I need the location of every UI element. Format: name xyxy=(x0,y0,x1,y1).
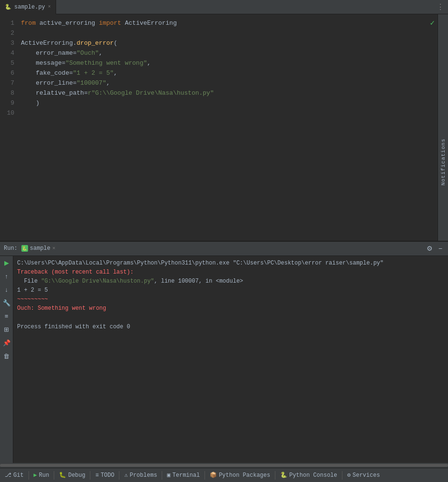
scroll-down-button[interactable]: ↓ xyxy=(1,285,12,295)
terminal-cmd: C:\Users\PC\AppData\Local\Programs\Pytho… xyxy=(17,259,444,268)
left-toolbar: ▶ ↑ ↓ 🔧 ≡ ⊞ 📌 🗑 xyxy=(0,256,13,463)
git-label: Git xyxy=(13,472,24,479)
terminal-status[interactable]: ▣ Terminal xyxy=(162,468,205,482)
services-label: Services xyxy=(352,472,380,479)
run-panel-actions: ⚙ − xyxy=(425,244,444,253)
terminal-label: Terminal xyxy=(173,472,200,479)
sample-py-tab[interactable]: 🐍 sample.py × xyxy=(0,0,56,14)
editor-container: 1 2 3 4 5 6 7 8 9 10 from active_errorin… xyxy=(0,14,448,241)
code-line-5: message="Something went wrong", xyxy=(21,58,448,68)
run-status[interactable]: ▶ Run xyxy=(29,468,54,482)
terminal-process-line: Process finished with exit code 0 xyxy=(17,323,444,332)
terminal-error-line: Ouch: Something went wrong xyxy=(17,304,444,313)
tab-more-button[interactable]: ⋮ xyxy=(433,2,448,12)
bottom-panel: Run: 🐍 sample × ⚙ − ▶ ↑ ↓ 🔧 ≡ ⊞ 📌 🗑 C:\U… xyxy=(0,241,448,468)
run-tab[interactable]: 🐍 sample × xyxy=(21,245,56,252)
packages-icon: 📦 xyxy=(210,472,217,479)
git-status[interactable]: ⎇ Git xyxy=(0,468,29,482)
sample-icon: 🐍 xyxy=(21,245,28,252)
code-line-1: from active_erroring import ActiveErrori… xyxy=(21,18,448,28)
lines-button[interactable]: ≡ xyxy=(1,311,12,322)
todo-label: TODO xyxy=(101,472,115,479)
console-icon: 🐍 xyxy=(280,472,287,479)
terminal-scrollbar-thumb xyxy=(0,464,448,467)
terminal-file-line: File "G:\\Google Drive\Nasa\huston.py", … xyxy=(17,277,444,286)
code-line-4: error_name="Ouch", xyxy=(21,48,448,58)
editor-main: 1 2 3 4 5 6 7 8 9 10 from active_errorin… xyxy=(0,14,448,241)
line-num-7: 7 xyxy=(4,78,14,88)
terminal-tilde-line: ~~~~~~~~~ xyxy=(17,295,444,304)
todo-icon: ≡ xyxy=(95,472,98,479)
code-line-2 xyxy=(21,28,448,38)
debug-label: Debug xyxy=(68,472,85,479)
tab-label: sample.py xyxy=(14,4,45,10)
debug-status[interactable]: 🐛 Debug xyxy=(54,468,90,482)
code-editor[interactable]: from active_erroring import ActiveErrori… xyxy=(19,14,448,241)
run-bar-label: Run xyxy=(39,472,49,479)
line-num-3: 3 xyxy=(4,38,14,48)
line-numbers: 1 2 3 4 5 6 7 8 9 10 xyxy=(0,14,19,241)
services-status[interactable]: ⚙ Services xyxy=(342,468,385,482)
terminal-icon: ▣ xyxy=(167,472,170,479)
packages-label: Python Packages xyxy=(219,472,270,479)
scroll-up-button[interactable]: ↑ xyxy=(1,271,12,282)
run-label: Run: xyxy=(4,245,18,252)
tab-bar: 🐍 sample.py × ⋮ xyxy=(0,0,448,14)
terminal-blank xyxy=(17,314,444,323)
line-num-1: 1 xyxy=(4,18,14,28)
run-icon: ▶ xyxy=(34,472,37,479)
status-bar: ⎇ Git ▶ Run 🐛 Debug ≡ TODO ⚠ Problems ▣ … xyxy=(0,468,448,482)
notifications-sidebar[interactable]: Notifications xyxy=(438,14,448,241)
settings-button[interactable]: ⚙ xyxy=(425,244,435,253)
tab-close-button[interactable]: × xyxy=(48,4,51,10)
run-tab-close[interactable]: × xyxy=(52,246,56,251)
run-panel-header: Run: 🐍 sample × ⚙ − xyxy=(0,242,448,256)
python-packages-status[interactable]: 📦 Python Packages xyxy=(205,468,275,482)
services-icon: ⚙ xyxy=(347,472,351,479)
play-button[interactable]: ▶ xyxy=(1,258,12,268)
line-num-2: 2 xyxy=(4,28,14,38)
check-icon: ✓ xyxy=(430,18,435,28)
grid-button[interactable]: ⊞ xyxy=(1,325,12,335)
terminal-output[interactable]: C:\Users\PC\AppData\Local\Programs\Pytho… xyxy=(13,256,448,463)
pin-button[interactable]: 📌 xyxy=(1,338,12,348)
terminal-scrollbar[interactable] xyxy=(0,463,448,468)
code-line-8: relative_path=r"G:\\Google Drive\Nasa\hu… xyxy=(21,88,448,98)
code-line-9: ) xyxy=(21,98,448,108)
code-line-3: ActiveErroring.drop_error( xyxy=(21,38,448,48)
git-icon: ⎇ xyxy=(5,472,11,479)
line-num-10: 10 xyxy=(4,108,14,118)
debug-icon: 🐛 xyxy=(59,472,66,479)
line-num-8: 8 xyxy=(4,88,14,98)
code-line-7: error_line="100007", xyxy=(21,78,448,88)
problems-label: Problems xyxy=(130,472,157,479)
python-file-icon: 🐍 xyxy=(5,4,11,10)
minimize-button[interactable]: − xyxy=(437,244,444,253)
trash-button[interactable]: 🗑 xyxy=(1,351,12,362)
code-line-10 xyxy=(21,108,448,118)
notifications-label: Notifications xyxy=(440,138,446,186)
line-num-4: 4 xyxy=(4,48,14,58)
problems-icon: ⚠ xyxy=(124,472,127,479)
terminal-traceback: Traceback (most recent call last): xyxy=(17,268,444,277)
line-num-9: 9 xyxy=(4,98,14,108)
line-num-5: 5 xyxy=(4,58,14,68)
terminal-code-line: 1 + 2 = 5 xyxy=(17,286,444,295)
wrench-button[interactable]: 🔧 xyxy=(1,298,12,308)
todo-status[interactable]: ≡ TODO xyxy=(90,468,119,482)
python-console-status[interactable]: 🐍 Python Console xyxy=(275,468,342,482)
code-line-6: fake_code="1 + 2 = 5", xyxy=(21,68,448,78)
line-num-6: 6 xyxy=(4,68,14,78)
problems-status[interactable]: ⚠ Problems xyxy=(119,468,162,482)
run-content: ▶ ↑ ↓ 🔧 ≡ ⊞ 📌 🗑 C:\Users\PC\AppData\Loca… xyxy=(0,256,448,463)
console-label: Python Console xyxy=(289,472,337,479)
run-tab-label: sample xyxy=(30,245,50,252)
